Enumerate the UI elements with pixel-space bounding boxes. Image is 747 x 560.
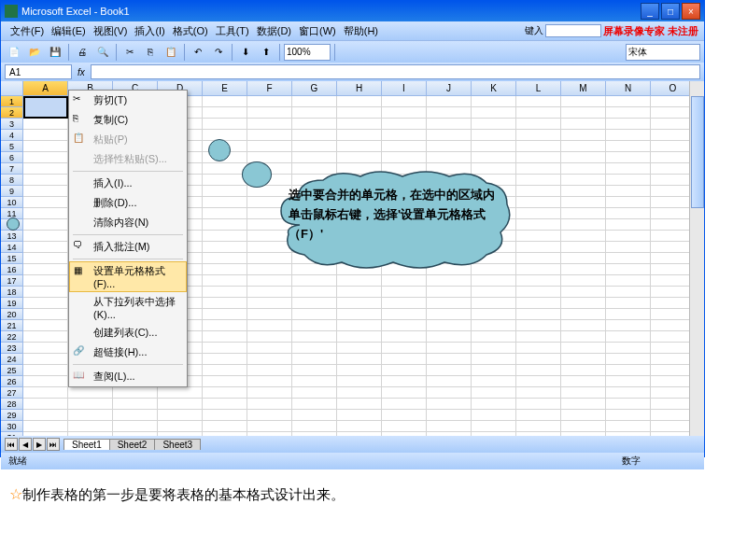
undo-icon[interactable]: ↶ <box>189 43 207 62</box>
minimize-button[interactable]: _ <box>641 3 659 20</box>
row-header-27[interactable]: 27 <box>1 387 23 399</box>
font-select[interactable]: 宋体 <box>626 44 700 61</box>
row-header-29[interactable]: 29 <box>1 410 23 421</box>
menu-view[interactable]: 视图(V) <box>90 24 132 38</box>
help-search-input[interactable] <box>545 24 601 37</box>
row-header-30[interactable]: 30 <box>1 421 23 432</box>
col-header-m[interactable]: M <box>561 81 606 95</box>
context-menu-item[interactable]: 删除(D)... <box>69 193 187 213</box>
scrollbar-thumb[interactable] <box>691 96 704 208</box>
preview-icon[interactable]: 🔍 <box>93 43 112 62</box>
context-menu-item[interactable]: 📖查阅(L)... <box>69 367 187 386</box>
menu-tools[interactable]: 工具(T) <box>212 24 253 38</box>
row-header-7[interactable]: 7 <box>1 163 23 175</box>
context-menu-item[interactable]: ⎘复制(C) <box>69 110 187 130</box>
row-header-23[interactable]: 23 <box>1 343 23 354</box>
row-header-31[interactable]: 31 <box>1 432 23 436</box>
select-all-corner[interactable] <box>1 81 23 95</box>
row-header-1[interactable]: 1 <box>1 96 23 107</box>
col-header-h[interactable]: H <box>337 81 382 95</box>
context-menu-item[interactable]: 🗨插入批注(M) <box>69 237 187 257</box>
menu-item-label: 设置单元格格式(F)... <box>93 265 165 289</box>
open-icon[interactable]: 📂 <box>25 43 44 62</box>
menu-insert[interactable]: 插入(I) <box>131 24 168 38</box>
sheet-tab-2[interactable]: Sheet2 <box>109 439 156 450</box>
maximize-button[interactable]: □ <box>661 3 680 20</box>
col-header-k[interactable]: K <box>472 81 516 95</box>
menu-data[interactable]: 数据(D) <box>253 24 295 38</box>
tab-prev-icon[interactable]: ◀ <box>19 438 32 451</box>
row-header-4[interactable]: 4 <box>1 130 23 141</box>
row-header-9[interactable]: 9 <box>1 186 23 197</box>
cut-icon[interactable]: ✂ <box>120 43 139 62</box>
menu-edit[interactable]: 编辑(E) <box>48 24 90 38</box>
context-menu-item[interactable]: 插入(I)... <box>69 174 187 193</box>
menu-format[interactable]: 格式(O) <box>169 24 212 38</box>
row-header-14[interactable]: 14 <box>1 242 23 253</box>
row-header-2[interactable]: 2 <box>1 107 23 119</box>
row-header-26[interactable]: 26 <box>1 376 23 387</box>
formula-bar[interactable] <box>91 64 700 79</box>
context-menu-item[interactable]: 🔗超链接(H)... <box>69 343 187 362</box>
row-header-13[interactable]: 13 <box>1 231 23 242</box>
save-icon[interactable]: 💾 <box>46 43 64 62</box>
tab-next-icon[interactable]: ▶ <box>33 438 46 451</box>
col-header-n[interactable]: N <box>606 81 651 95</box>
vertical-scrollbar[interactable] <box>689 81 704 436</box>
row-header-21[interactable]: 21 <box>1 320 23 331</box>
row-header-16[interactable]: 16 <box>1 264 23 275</box>
menu-item-icon: 🗨 <box>73 240 86 253</box>
new-icon[interactable]: 📄 <box>5 43 23 62</box>
col-header-e[interactable]: E <box>203 81 247 95</box>
name-box[interactable]: A1 <box>5 64 72 79</box>
context-menu-item[interactable]: ✂剪切(T) <box>69 91 187 110</box>
tab-last-icon[interactable]: ⏭ <box>47 438 60 451</box>
row-header-24[interactable]: 24 <box>1 354 23 365</box>
sort-desc-icon[interactable]: ⬆ <box>257 43 275 62</box>
window-controls: _ □ × <box>641 3 700 20</box>
redo-icon[interactable]: ↷ <box>209 43 228 62</box>
tab-first-icon[interactable]: ⏮ <box>5 438 18 451</box>
row-header-28[interactable]: 28 <box>1 399 23 410</box>
row-header-25[interactable]: 25 <box>1 365 23 376</box>
row-header-5[interactable]: 5 <box>1 141 23 152</box>
print-icon[interactable]: 🖨 <box>73 43 92 62</box>
row-header-22[interactable]: 22 <box>1 331 23 343</box>
row-header-15[interactable]: 15 <box>1 253 23 264</box>
col-header-i[interactable]: I <box>382 81 427 95</box>
close-button[interactable]: × <box>682 3 700 20</box>
sheet-tab-3[interactable]: Sheet3 <box>154 439 201 450</box>
callout-text: 选中要合并的单元格，在选中的区域内单击鼠标右键，选择'设置单元格格式（F）' <box>289 186 498 244</box>
row-header-3[interactable]: 3 <box>1 119 23 130</box>
row-header-18[interactable]: 18 <box>1 287 23 298</box>
col-header-j[interactable]: J <box>427 81 472 95</box>
row-header-6[interactable]: 6 <box>1 152 23 163</box>
context-menu-item[interactable]: 创建列表(C)... <box>69 323 187 343</box>
row-header-20[interactable]: 20 <box>1 309 23 320</box>
col-header-g[interactable]: G <box>292 81 337 95</box>
col-header-a[interactable]: A <box>23 81 68 95</box>
menu-help[interactable]: 帮助(H) <box>340 24 382 38</box>
context-menu-item: 📋粘贴(P) <box>69 130 187 149</box>
col-header-f[interactable]: F <box>247 81 292 95</box>
row-header-10[interactable]: 10 <box>1 197 23 208</box>
paste-icon[interactable]: 📋 <box>162 43 180 62</box>
menu-file[interactable]: 文件(F) <box>7 24 48 38</box>
star-icon: ☆ <box>9 486 22 502</box>
context-menu-item[interactable]: 从下拉列表中选择(K)... <box>69 292 187 323</box>
zoom-select[interactable]: 100% <box>284 44 331 61</box>
row-headers: 1234567891011121314151617181920212223242… <box>1 96 23 436</box>
row-header-19[interactable]: 19 <box>1 298 23 309</box>
copy-icon[interactable]: ⎘ <box>141 43 160 62</box>
context-menu-item[interactable]: ▦设置单元格格式(F)... <box>69 261 187 292</box>
sheet-tab-1[interactable]: Sheet1 <box>63 439 110 450</box>
menu-window[interactable]: 窗口(W) <box>295 24 340 38</box>
row-header-17[interactable]: 17 <box>1 275 23 287</box>
context-menu-item[interactable]: 清除内容(N) <box>69 213 187 232</box>
menu-item-label: 插入(I)... <box>93 177 133 189</box>
fx-icon[interactable]: fx <box>78 67 85 77</box>
menu-item-icon: ✂ <box>73 93 86 106</box>
sort-asc-icon[interactable]: ⬇ <box>236 43 255 62</box>
col-header-l[interactable]: L <box>516 81 561 95</box>
row-header-8[interactable]: 8 <box>1 175 23 186</box>
